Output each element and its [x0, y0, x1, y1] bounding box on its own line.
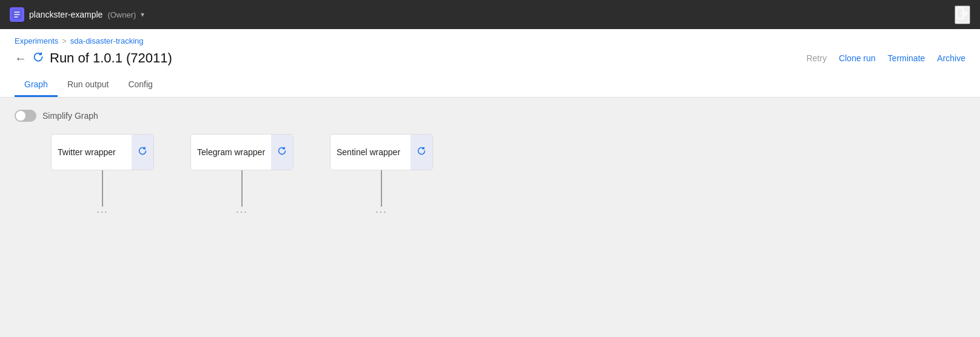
node-connector-sentinel: [381, 170, 382, 207]
node-connector-telegram: [241, 170, 243, 207]
node-card-telegram[interactable]: Telegram wrapper: [190, 134, 294, 170]
node-telegram: Telegram wrapper ···: [190, 134, 294, 218]
node-refresh-icon-sentinel: [417, 146, 426, 158]
top-bar: planckster-example (Owner) ▾: [0, 0, 980, 29]
breadcrumb-separator: >: [62, 36, 67, 45]
logout-button[interactable]: [955, 5, 970, 24]
node-label-twitter: Twitter wrapper: [58, 147, 116, 157]
node-icon-area-twitter: [132, 135, 153, 170]
breadcrumb: Experiments > sda-disaster-tracking: [15, 36, 965, 45]
node-connector-twitter: [102, 170, 103, 207]
node-icon-area-sentinel: [411, 135, 432, 170]
app-logo: [10, 7, 24, 22]
node-dots-twitter: ···: [96, 207, 108, 218]
node-twitter: Twitter wrapper ···: [51, 134, 154, 218]
archive-button[interactable]: Archive: [937, 53, 965, 63]
node-card-twitter[interactable]: Twitter wrapper: [51, 134, 154, 170]
node-sentinel: Sentinel wrapper ···: [330, 134, 433, 218]
top-bar-left: planckster-example (Owner) ▾: [10, 7, 144, 22]
node-label-telegram: Telegram wrapper: [197, 147, 265, 157]
node-refresh-icon-telegram: [277, 146, 287, 158]
app-name: planckster-example: [29, 10, 102, 19]
back-button[interactable]: ←: [15, 52, 27, 64]
nodes-container: Twitter wrapper ··· Telegram wrapper: [15, 134, 965, 218]
page-header: Experiments > sda-disaster-tracking ← Ru…: [0, 29, 980, 98]
simplify-row: Simplify Graph: [15, 110, 965, 122]
refresh-icon[interactable]: [33, 52, 44, 65]
tab-config[interactable]: Config: [118, 73, 162, 97]
breadcrumb-current[interactable]: sda-disaster-tracking: [70, 36, 144, 45]
tab-run-output[interactable]: Run output: [58, 73, 119, 97]
run-header-left: ← Run of 1.0.1 (72011): [15, 50, 172, 66]
owner-label: (Owner): [107, 10, 136, 19]
run-actions: Retry Clone run Terminate Archive: [807, 53, 965, 63]
toggle-knob: [16, 111, 25, 121]
node-label-sentinel: Sentinel wrapper: [337, 147, 400, 157]
node-refresh-icon-twitter: [138, 146, 147, 158]
simplify-toggle[interactable]: [15, 110, 36, 122]
tab-graph[interactable]: Graph: [15, 73, 58, 97]
clone-run-button[interactable]: Clone run: [839, 53, 876, 63]
simplify-label: Simplify Graph: [42, 111, 98, 121]
graph-area: Simplify Graph Twitter wrapper ···: [0, 98, 980, 337]
node-dots-telegram: ···: [236, 207, 247, 218]
chevron-down-icon[interactable]: ▾: [141, 10, 144, 19]
node-icon-area-telegram: [271, 135, 293, 170]
run-header: ← Run of 1.0.1 (72011) Retry Clone run T…: [15, 50, 965, 73]
page-title: Run of 1.0.1 (72011): [50, 50, 172, 66]
node-dots-sentinel: ···: [375, 207, 387, 218]
retry-button[interactable]: Retry: [807, 53, 827, 63]
terminate-button[interactable]: Terminate: [888, 53, 925, 63]
node-card-sentinel[interactable]: Sentinel wrapper: [330, 134, 433, 170]
breadcrumb-experiments[interactable]: Experiments: [15, 36, 58, 45]
tabs: Graph Run output Config: [15, 73, 965, 97]
